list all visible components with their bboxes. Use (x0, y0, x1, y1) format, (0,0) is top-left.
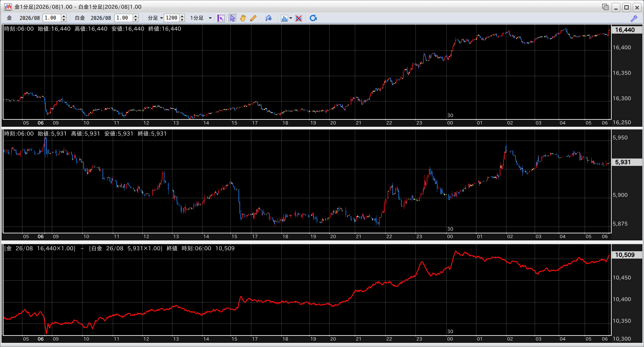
plot-spread-gold-minus-platinum[interactable] (4, 244, 611, 335)
charts-svg[interactable] (0, 0, 644, 347)
plot-platinum-1min[interactable] (4, 130, 611, 233)
window-bottom-edge (0, 343, 644, 347)
time-axis-strip (2, 233, 612, 240)
panel-platinum-1min (2, 129, 642, 241)
panel-spread-gold-minus-platinum (2, 244, 642, 343)
last-price-box (612, 26, 642, 34)
panel-gold-1min (2, 24, 642, 127)
chart-area (2, 24, 642, 343)
price-scale-column (612, 244, 642, 343)
plot-gold-1min[interactable] (4, 25, 611, 119)
time-axis-strip (2, 119, 612, 127)
price-scale-column (612, 25, 642, 127)
time-axis-strip (2, 335, 612, 343)
app-window: 2026/08 1.00 2026/08 1.00 1200 (0, 0, 644, 347)
